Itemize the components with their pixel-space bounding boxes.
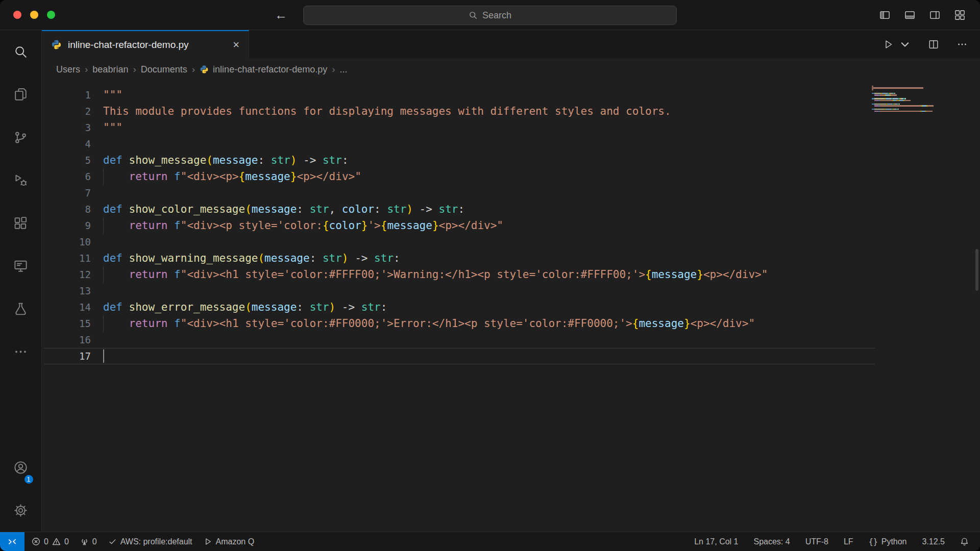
toggle-primary-sidebar-icon[interactable] <box>879 9 891 21</box>
line-content[interactable] <box>91 332 103 348</box>
problems-indicator[interactable]: 0 0 <box>32 537 69 546</box>
code-line[interactable]: 1""" <box>42 87 980 103</box>
code-line[interactable]: 7 <box>42 185 980 201</box>
scrollbar-thumb[interactable] <box>975 249 978 291</box>
activity-testing[interactable] <box>0 287 42 330</box>
line-number[interactable]: 12 <box>42 266 91 283</box>
breadcrumb-item[interactable]: Users <box>56 64 80 75</box>
tab-inline-chat-refactor-demo[interactable]: inline-chat-refactor-demo.py × <box>42 30 249 58</box>
line-number[interactable]: 5 <box>42 152 91 168</box>
line-number[interactable]: 15 <box>42 315 91 332</box>
interpreter-version[interactable]: 3.12.5 <box>922 537 945 546</box>
code-editor[interactable]: 1"""2This module provides functions for … <box>42 81 980 532</box>
code-line[interactable]: 11def show_warning_message(message: str)… <box>42 250 980 266</box>
activity-extensions[interactable] <box>0 202 42 244</box>
line-content[interactable] <box>91 283 103 299</box>
breadcrumb-item-file[interactable]: inline-chat-refactor-demo.py <box>200 64 327 75</box>
zoom-button[interactable] <box>47 11 55 19</box>
breadcrumb-item[interactable]: ... <box>340 64 348 75</box>
line-content[interactable]: """ <box>91 119 122 136</box>
line-content[interactable]: This module provides functions for displ… <box>91 103 671 119</box>
line-number[interactable]: 10 <box>42 234 91 250</box>
line-content[interactable]: def show_color_message(message: str, col… <box>91 201 464 217</box>
code-line[interactable]: 8def show_color_message(message: str, co… <box>42 201 980 217</box>
line-content[interactable]: return f"<div><p>{message}<p></div>" <box>91 168 361 185</box>
line-number[interactable]: 7 <box>42 185 91 201</box>
code-line[interactable]: 10 <box>42 234 980 250</box>
line-number[interactable]: 1 <box>42 87 91 103</box>
cursor-position[interactable]: Ln 17, Col 1 <box>694 537 738 546</box>
breadcrumb-item[interactable]: Documents <box>141 64 187 75</box>
indent-guide <box>103 168 104 185</box>
line-number[interactable]: 13 <box>42 283 91 299</box>
code-line[interactable]: 17 <box>42 348 980 364</box>
settings-button[interactable] <box>0 489 42 532</box>
line-number[interactable]: 11 <box>42 250 91 266</box>
activity-more[interactable] <box>0 330 42 373</box>
line-number[interactable]: 3 <box>42 119 91 136</box>
activity-explorer[interactable] <box>0 73 42 116</box>
code-line[interactable]: 5def show_message(message: str) -> str: <box>42 152 980 168</box>
activity-source-control[interactable] <box>0 116 42 159</box>
line-number[interactable]: 4 <box>42 136 91 152</box>
line-number[interactable]: 17 <box>42 348 91 364</box>
eol-indicator[interactable]: LF <box>844 537 853 546</box>
line-number[interactable]: 9 <box>42 217 91 234</box>
line-content[interactable] <box>91 185 103 201</box>
line-number[interactable]: 16 <box>42 332 91 348</box>
more-actions-icon[interactable] <box>957 39 968 50</box>
breadcrumb-item[interactable]: beabrian <box>92 64 128 75</box>
code-line[interactable]: 4 <box>42 136 980 152</box>
line-content[interactable]: def show_message(message: str) -> str: <box>91 152 349 168</box>
code-line[interactable]: 14def show_error_message(message: str) -… <box>42 299 980 315</box>
encoding-indicator[interactable]: UTF-8 <box>805 537 828 546</box>
split-editor-icon[interactable] <box>928 39 939 50</box>
code-line[interactable]: 3""" <box>42 119 980 136</box>
code-line[interactable]: 16 <box>42 332 980 348</box>
code-line[interactable]: 6 return f"<div><p>{message}<p></div>" <box>42 168 980 185</box>
amazon-q-indicator[interactable]: Amazon Q <box>204 537 255 546</box>
line-content[interactable]: def show_error_message(message: str) -> … <box>91 299 387 315</box>
code-line[interactable]: 12 return f"<div><h1 style='color:#FFFF0… <box>42 266 980 283</box>
line-content[interactable] <box>91 348 103 364</box>
ports-indicator[interactable]: 0 <box>80 537 97 546</box>
activity-run-debug[interactable] <box>0 159 42 202</box>
toggle-secondary-sidebar-icon[interactable] <box>929 9 941 21</box>
close-button[interactable] <box>13 11 21 19</box>
line-content[interactable]: """ <box>91 87 122 103</box>
line-number[interactable]: 6 <box>42 168 91 185</box>
accounts-button[interactable]: 1 <box>0 446 42 489</box>
line-number[interactable]: 8 <box>42 201 91 217</box>
line-number[interactable]: 2 <box>42 103 91 119</box>
back-button[interactable]: ← <box>275 8 287 22</box>
line-content[interactable] <box>91 234 103 250</box>
activity-remote-explorer[interactable] <box>0 244 42 287</box>
line-content[interactable] <box>91 136 103 152</box>
notifications-button[interactable] <box>960 537 969 546</box>
indent-guide <box>103 315 104 332</box>
line-content[interactable]: def show_warning_message(message: str) -… <box>91 250 400 266</box>
run-python-file-icon[interactable] <box>883 39 894 50</box>
line-content[interactable]: return f"<div><p style='color:{color}'>{… <box>91 217 503 234</box>
minimap[interactable] <box>872 86 964 116</box>
code-line[interactable]: 9 return f"<div><p style='color:{color}'… <box>42 217 980 234</box>
command-center-search[interactable]: Search <box>303 6 677 25</box>
remote-indicator[interactable] <box>0 532 24 551</box>
line-number[interactable]: 14 <box>42 299 91 315</box>
line-content[interactable]: return f"<div><h1 style='color:#FFFF00;'… <box>91 266 768 283</box>
minimize-button[interactable] <box>30 11 38 19</box>
chevron-down-icon[interactable] <box>899 39 911 50</box>
aws-profile-indicator[interactable]: AWS: profile:default <box>108 537 192 546</box>
indentation-indicator[interactable]: Spaces: 4 <box>753 537 790 546</box>
code-line[interactable]: 13 <box>42 283 980 299</box>
indent-guide <box>103 217 104 234</box>
language-indicator[interactable]: {} Python <box>869 537 907 546</box>
tab-close-icon[interactable]: × <box>233 39 239 51</box>
toggle-panel-icon[interactable] <box>904 9 916 21</box>
code-line[interactable]: 2This module provides functions for disp… <box>42 103 980 119</box>
activity-search[interactable] <box>0 30 42 73</box>
customize-layout-icon[interactable] <box>954 9 966 21</box>
window-controls <box>0 11 82 19</box>
line-content[interactable]: return f"<div><h1 style='color:#FF0000;'… <box>91 315 755 332</box>
code-line[interactable]: 15 return f"<div><h1 style='color:#FF000… <box>42 315 980 332</box>
